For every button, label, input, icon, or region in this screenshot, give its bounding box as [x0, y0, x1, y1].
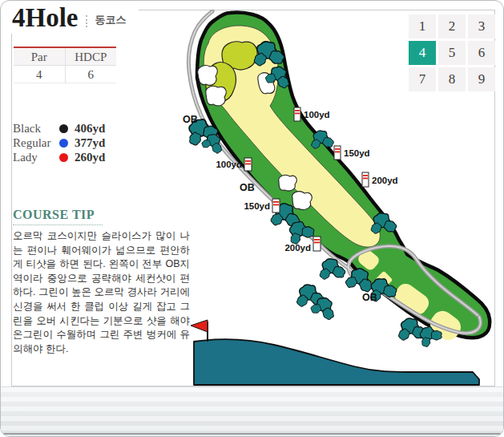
yardage-marker-150-left: 150yd: [244, 199, 280, 212]
tee-distance: 377yd: [75, 136, 105, 150]
title-divider: [86, 15, 87, 27]
yardage-marker-pole: [313, 237, 321, 251]
hole-grid-cell-3[interactable]: 3: [468, 14, 495, 38]
course-tip-text: 오르막 코스이지만 슬라이스가 많이 나는 편이나 훼어웨이가 넓으므로 편안하…: [13, 229, 190, 356]
yardage-label: 150yd: [344, 148, 370, 158]
ob-label: OB: [362, 292, 377, 303]
hole-grid-cell-4-active[interactable]: 4: [409, 41, 436, 65]
par-hdcp-table: Par HDCP 4 6: [14, 47, 116, 83]
tee-row-regular: Regular 377yd: [13, 136, 105, 150]
yardage-marker-200-right: 200yd: [362, 172, 398, 187]
black-tee-dot-icon: [59, 124, 68, 133]
lady-tee-dot-icon: [59, 153, 68, 162]
tee-row-black: Black 406yd: [13, 121, 105, 136]
tee-name: Regular: [13, 136, 58, 150]
yardage-marker-100-left: 100yd: [216, 158, 252, 171]
hole-info-card: 4Hole 동코스 Par HDCP 4 6 Black 406yd Regul…: [11, 10, 495, 386]
hole-grid-cell-9[interactable]: 9: [468, 67, 495, 91]
par-header: Par: [14, 48, 66, 66]
bottom-chrome-band: [1, 386, 503, 436]
hole-grid-cell-2[interactable]: 2: [438, 14, 466, 38]
hole-grid-cell-1[interactable]: 1: [409, 14, 436, 38]
flag-icon: [191, 320, 208, 332]
bunker: [198, 66, 217, 86]
hdcp-value: 6: [66, 66, 117, 83]
yardage-marker-pole: [362, 172, 369, 187]
header: 4Hole 동코스: [10, 3, 139, 34]
bunker: [292, 192, 312, 210]
ob-label: OB: [183, 114, 198, 125]
elevation-profile: [194, 339, 479, 385]
hole-grid-cell-6[interactable]: 6: [468, 41, 495, 65]
window-frame: 4Hole 동코스 Par HDCP 4 6 Black 406yd Regul…: [0, 0, 504, 437]
yardage-label: 150yd: [244, 201, 270, 211]
tee-distance: 406yd: [75, 122, 105, 136]
yardage-marker-100-right: 100yd: [294, 107, 330, 121]
course-tip-heading: COURSE TIP: [13, 208, 103, 225]
yardage-marker-pole: [334, 146, 341, 160]
tee-distance-legend: Black 406yd Regular 377yd Lady 260yd: [13, 121, 105, 164]
tee-distance: 260yd: [75, 151, 105, 164]
bunker: [279, 175, 297, 191]
tee-name: Lady: [13, 151, 58, 164]
yardage-label: 100yd: [216, 160, 242, 169]
yardage-label: 200yd: [372, 176, 398, 185]
course-name-label: 동코스: [95, 13, 126, 32]
hole-grid-cell-7[interactable]: 7: [409, 67, 436, 91]
yardage-marker-150-right: 150yd: [334, 146, 370, 160]
tee-name: Black: [13, 122, 58, 136]
hole-grid-cell-8[interactable]: 8: [438, 67, 466, 91]
yardage-marker-pole: [294, 107, 300, 121]
par-value: 4: [14, 66, 66, 83]
bunker: [206, 86, 226, 105]
bottom-edge-line: [3, 433, 501, 435]
yardage-marker-200-left: 200yd: [284, 237, 321, 253]
regular-tee-dot-icon: [59, 139, 68, 148]
tee-row-lady: Lady 260yd: [13, 150, 105, 164]
hole-grid-cell-5[interactable]: 5: [438, 41, 466, 65]
ob-label: OB: [240, 182, 255, 193]
hole-navigation-grid: 1 2 3 4 5 6 7 8 9: [409, 14, 495, 91]
yardage-label: 100yd: [304, 110, 330, 119]
yardage-label: 200yd: [284, 243, 311, 253]
hdcp-header: HDCP: [66, 48, 117, 66]
page-title: 4Hole: [12, 3, 78, 32]
yardage-marker-pole: [272, 199, 280, 212]
